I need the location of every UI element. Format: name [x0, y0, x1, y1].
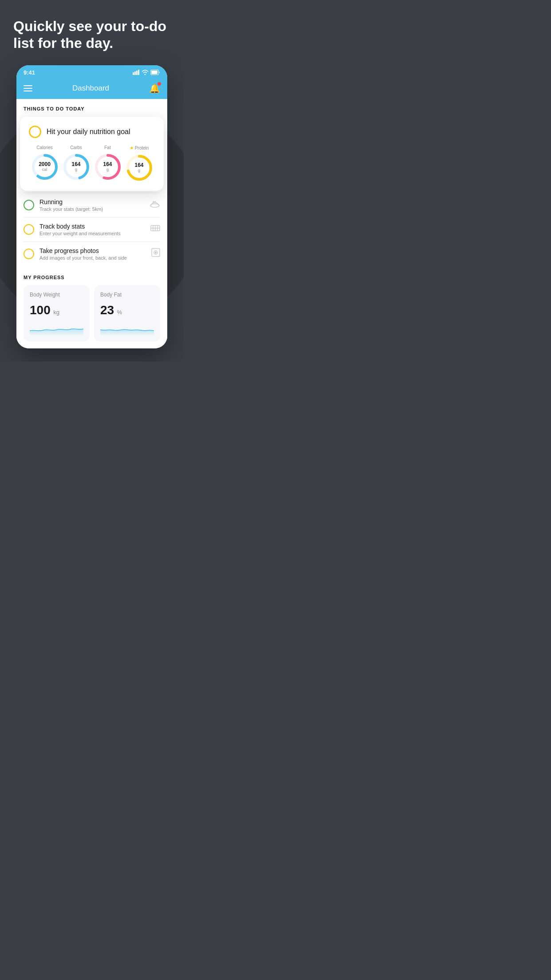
progress-photos-icon	[151, 248, 160, 259]
nav-bar: Dashboard 🔔	[16, 79, 167, 99]
calories-unit: cal	[39, 167, 51, 172]
notification-dot	[157, 82, 161, 86]
running-check-circle	[24, 200, 34, 210]
calories-value: 2000	[39, 162, 51, 167]
status-time: 9:41	[24, 69, 35, 76]
progress-section-title: MY PROGRESS	[24, 275, 160, 280]
notification-button[interactable]: 🔔	[149, 83, 160, 94]
carbs-donut: 164 g	[62, 153, 91, 181]
svg-rect-2	[136, 71, 138, 75]
svg-point-18	[155, 252, 157, 253]
body-stats-check-circle	[24, 224, 34, 235]
protein-value: 164	[134, 162, 143, 168]
status-icons	[133, 70, 160, 76]
todo-item-running[interactable]: Running Track your stats (target: 5km)	[24, 193, 160, 217]
phone-container: 9:41	[0, 65, 184, 362]
nutrition-check-circle[interactable]	[29, 126, 41, 138]
progress-photos-text: Take progress photos Add images of your …	[39, 247, 146, 261]
running-subtitle: Track your stats (target: 5km)	[39, 206, 144, 212]
hero-section: Quickly see your to-do list for the day.	[0, 0, 184, 65]
protein-item: ★Protein 164 g	[125, 145, 153, 182]
body-stats-icon	[150, 224, 160, 234]
carbs-label: Carbs	[70, 145, 82, 150]
nav-title: Dashboard	[72, 84, 109, 93]
battery-icon	[150, 70, 160, 76]
body-fat-value: 23	[100, 303, 114, 317]
progress-cards: Body Weight 100 kg	[24, 285, 160, 341]
body-fat-unit: %	[117, 309, 122, 316]
carbs-value: 164	[71, 162, 80, 167]
signal-icon	[133, 70, 140, 76]
nutrition-circles: Calories 2000 cal	[29, 145, 155, 182]
body-weight-card-title: Body Weight	[30, 292, 83, 298]
progress-photos-check-circle	[24, 249, 34, 259]
progress-section: MY PROGRESS Body Weight 100 kg	[16, 266, 167, 348]
body-stats-subtitle: Enter your weight and measurements	[39, 231, 145, 236]
calories-item: Calories 2000 cal	[31, 145, 59, 181]
svg-rect-0	[133, 72, 134, 75]
fat-donut: 164 g	[94, 153, 122, 181]
todo-list: Running Track your stats (target: 5km)	[24, 193, 160, 266]
hamburger-menu[interactable]	[24, 85, 32, 91]
running-icon	[150, 200, 160, 210]
body-weight-value: 100	[30, 303, 51, 317]
carbs-item: Carbs 164 g	[62, 145, 91, 181]
running-title: Running	[39, 198, 144, 205]
hero-title: Quickly see your to-do list for the day.	[13, 18, 170, 52]
running-text: Running Track your stats (target: 5km)	[39, 198, 144, 212]
content-area: THINGS TO DO TODAY Hit your daily nutrit…	[16, 99, 167, 266]
body-weight-value-row: 100 kg	[30, 303, 83, 317]
todo-item-body-stats[interactable]: Track body stats Enter your weight and m…	[24, 217, 160, 241]
nutrition-card: Hit your daily nutrition goal Calories	[20, 117, 164, 191]
fat-label: Fat	[104, 145, 110, 150]
progress-photos-subtitle: Add images of your front, back, and side	[39, 255, 146, 261]
wifi-icon	[142, 70, 149, 76]
calories-label: Calories	[36, 145, 53, 150]
things-section-title: THINGS TO DO TODAY	[24, 106, 160, 111]
body-fat-chart	[100, 322, 154, 335]
svg-rect-1	[134, 71, 136, 75]
fat-value: 164	[103, 162, 112, 167]
status-bar: 9:41	[16, 65, 167, 79]
svg-rect-3	[138, 70, 139, 75]
page-background: Quickly see your to-do list for the day.…	[0, 0, 184, 362]
protein-unit: g	[134, 168, 143, 173]
star-icon: ★	[130, 145, 134, 151]
body-weight-unit: kg	[53, 309, 59, 316]
carbs-unit: g	[71, 167, 80, 172]
nutrition-card-header: Hit your daily nutrition goal	[29, 126, 155, 138]
todo-item-progress-photos[interactable]: Take progress photos Add images of your …	[24, 241, 160, 266]
fat-unit: g	[103, 167, 112, 172]
nutrition-card-title: Hit your daily nutrition goal	[47, 128, 130, 136]
calories-donut: 2000 cal	[31, 153, 59, 181]
fat-item: Fat 164 g	[94, 145, 122, 181]
protein-label: ★Protein	[130, 145, 149, 151]
protein-donut: 164 g	[125, 154, 153, 182]
progress-photos-title: Take progress photos	[39, 247, 146, 254]
body-stats-title: Track body stats	[39, 223, 145, 230]
body-fat-value-row: 23 %	[100, 303, 154, 317]
svg-rect-5	[151, 71, 157, 74]
body-fat-card-title: Body Fat	[100, 292, 154, 298]
body-stats-text: Track body stats Enter your weight and m…	[39, 223, 145, 236]
body-weight-card[interactable]: Body Weight 100 kg	[24, 285, 90, 341]
body-fat-card[interactable]: Body Fat 23 %	[94, 285, 160, 341]
body-weight-chart	[30, 322, 83, 335]
phone-mockup: 9:41	[16, 65, 167, 348]
